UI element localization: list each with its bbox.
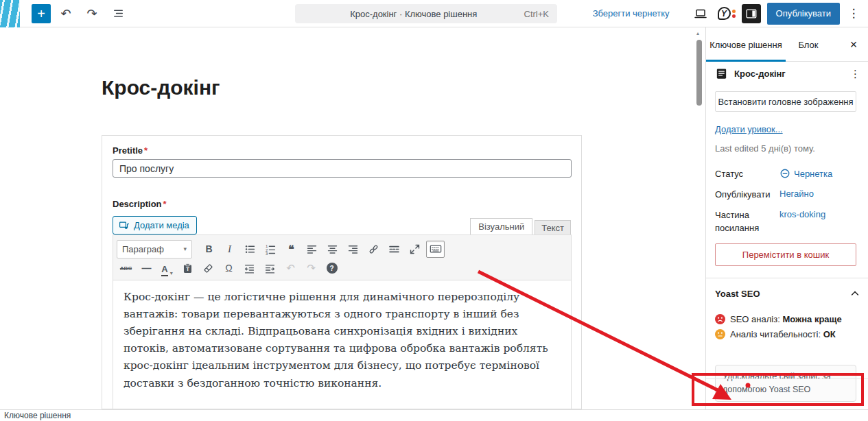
sidebar-divider: [706, 278, 868, 278]
special-character-button[interactable]: Ω: [220, 260, 238, 277]
slug-value-link[interactable]: kros-doking: [779, 209, 825, 219]
set-featured-image-button[interactable]: Встановити головне зображення: [715, 91, 856, 112]
command-palette-shortcut: Ctrl+K: [524, 9, 549, 19]
numbered-list-button[interactable]: 123: [261, 241, 280, 258]
yoast-seo-icon[interactable]: Y: [718, 7, 736, 20]
bold-button[interactable]: B: [200, 241, 218, 258]
publish-date-value-link[interactable]: Негайно: [779, 189, 814, 199]
document-icon: [715, 67, 728, 80]
pretitle-input[interactable]: [113, 159, 572, 178]
yoast-panel-header[interactable]: Yoast SEO: [715, 282, 860, 304]
svg-text:T: T: [186, 266, 189, 272]
chevron-down-icon: ▾: [170, 270, 173, 276]
neutral-face-icon: [715, 329, 725, 339]
yoast-panel-title: Yoast SEO: [715, 289, 849, 299]
tab-document-settings[interactable]: Ключове рішення: [706, 27, 786, 62]
settings-sidebar-toggle[interactable]: [742, 4, 761, 23]
toolbar-row-2: ABC — A ▾ T: [117, 259, 567, 277]
close-icon[interactable]: ×: [845, 36, 863, 53]
pretitle-label: Pretitle*: [113, 145, 148, 156]
tab-block-settings[interactable]: Блок: [788, 27, 828, 62]
add-media-button[interactable]: Додати медіа: [113, 216, 197, 234]
paragraph-format-select[interactable]: Параграф ▾: [117, 240, 192, 258]
gutenberg-editor-screen: + ↶ ↷ Крос-докінг · Ключове рішення Ctrl…: [0, 0, 868, 421]
read-more-tag-button[interactable]: [385, 241, 403, 258]
help-button[interactable]: ?: [322, 260, 341, 277]
tinymce-toolbar: Параграф ▾ B I 123: [113, 235, 571, 280]
chevron-up-icon: [849, 288, 860, 299]
strikethrough-button[interactable]: ABC: [117, 260, 135, 277]
scrollbar-up-arrow[interactable]: ▴: [696, 30, 699, 36]
description-label: Description*: [113, 199, 167, 209]
topbar-right-group: Зберегти чернетку Y Опублікувати ⋮: [593, 3, 868, 25]
add-excerpt-link[interactable]: Додати уривок...: [715, 124, 783, 134]
outdent-button[interactable]: [240, 260, 259, 277]
fullscreen-button[interactable]: [406, 241, 424, 258]
sad-face-icon: [715, 314, 725, 324]
status-label: Статус: [715, 168, 779, 181]
publish-button[interactable]: Опублікувати: [767, 3, 840, 25]
italic-button[interactable]: I: [220, 241, 239, 258]
draft-status-icon: [779, 168, 790, 179]
help-question-mark: ?: [327, 263, 338, 274]
options-kebab-icon[interactable]: ⋮: [846, 6, 861, 21]
clear-formatting-button[interactable]: [199, 260, 218, 277]
sidebar-post-title: Крос-докінг: [734, 69, 844, 79]
align-right-button[interactable]: [344, 241, 362, 258]
tab-text[interactable]: Текст: [535, 220, 571, 234]
horizontal-rule-button[interactable]: —: [137, 260, 156, 277]
bulleted-list-button[interactable]: [241, 241, 259, 258]
post-title[interactable]: Крос-докінг: [102, 76, 220, 99]
redo-icon[interactable]: ↷: [81, 3, 103, 25]
settings-sidebar: Ключове рішення Блок × Крос-докінг ⋮ Вст…: [705, 27, 868, 409]
slug-row: Частина посилання kros-doking: [715, 209, 859, 235]
yoast-letter: Y: [718, 7, 731, 20]
status-row: Статус Чернетка: [715, 168, 859, 181]
indent-button[interactable]: [261, 260, 279, 277]
move-to-trash-button[interactable]: Перемістити в кошик: [715, 243, 856, 266]
text-color-button[interactable]: A ▾: [158, 260, 176, 277]
yoast-seo-analysis-item: SEO аналіз: Можна краще: [715, 314, 842, 324]
undo-icon[interactable]: ↶: [55, 3, 77, 25]
blockquote-button[interactable]: ❝: [282, 241, 301, 258]
sidebar-header: Ключове рішення Блок ×: [706, 27, 868, 62]
publish-date-row: Опублікувати Негайно: [715, 189, 859, 202]
toolbar-toggle-button[interactable]: [426, 241, 445, 258]
add-block-button[interactable]: +: [32, 4, 51, 23]
tab-visual[interactable]: Візуальний: [470, 218, 532, 234]
top-toolbar: + ↶ ↷ Крос-докінг · Ключове рішення Ctrl…: [0, 0, 868, 27]
list-view-icon[interactable]: [107, 3, 129, 25]
link-button[interactable]: [364, 241, 383, 258]
chevron-down-icon: ▾: [183, 245, 187, 252]
svg-text:3: 3: [266, 252, 268, 255]
service-fields-panel: Pretitle* Description* Додати медіа Візу…: [102, 135, 582, 409]
save-draft-button[interactable]: Зберегти чернетку: [593, 8, 670, 19]
align-center-button[interactable]: [323, 241, 342, 258]
bottom-status-bar: Ключове рішення: [0, 409, 868, 421]
publish-label: Опублікувати: [715, 189, 779, 202]
post-summary-row: Крос-докінг ⋮: [715, 67, 860, 80]
tinymce-editor: Параграф ▾ B I 123: [113, 234, 572, 409]
site-logo[interactable]: [0, 0, 20, 27]
last-edited-text: Last edited 5 дні(в) тому.: [715, 143, 815, 154]
toolbar-row-1: Параграф ▾ B I 123: [117, 239, 567, 259]
paste-as-text-button[interactable]: T: [178, 260, 197, 277]
editor-mode-tabs: Візуальний Текст: [470, 218, 571, 234]
slug-label: Частина посилання: [715, 209, 779, 235]
post-actions-kebab-icon[interactable]: ⋮: [850, 68, 860, 80]
post-type-breadcrumb: Ключове рішення: [4, 411, 71, 420]
preview-icon[interactable]: [690, 3, 712, 25]
command-palette[interactable]: Крос-докінг · Ключове рішення Ctrl+K: [295, 4, 557, 23]
align-left-button[interactable]: [303, 241, 321, 258]
editor-redo-icon[interactable]: ↷: [302, 260, 320, 277]
editor-undo-icon[interactable]: ↶: [281, 260, 300, 277]
scrollbar-thumb[interactable]: [696, 40, 702, 106]
annotation-highlight-rectangle: [692, 373, 864, 406]
status-value-link[interactable]: Чернетка: [779, 168, 832, 179]
yoast-readability-item: Аналіз читабельності: ОК: [715, 329, 836, 339]
yoast-status-dots: [732, 10, 736, 18]
media-icon: [119, 220, 130, 231]
description-richtext-area[interactable]: Крос-докінг — це логістичне рішення для …: [113, 280, 571, 392]
command-palette-title: Крос-докінг · Ключове рішення: [303, 9, 524, 19]
